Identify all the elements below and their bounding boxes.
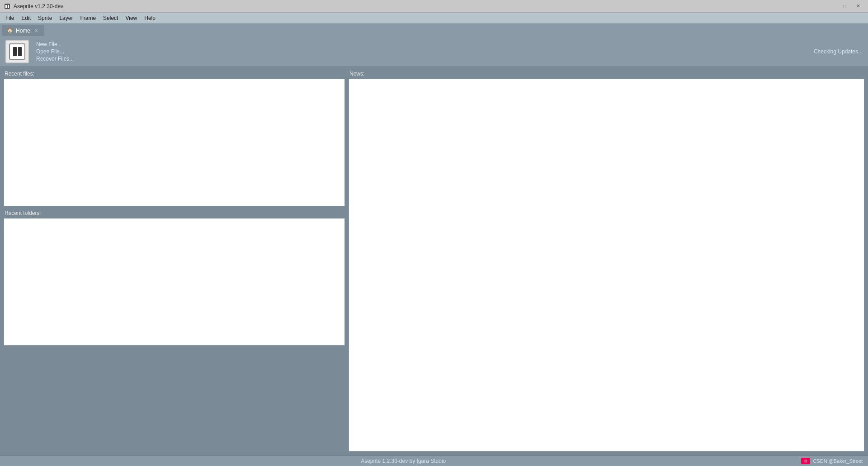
- home-icon: 🏠: [7, 28, 13, 33]
- main-content: Recent files: Recent folders: News:: [0, 67, 868, 455]
- title-bar: Aseprite v1.2.30-dev — □ ✕: [0, 0, 868, 13]
- csdn-icon: C: [801, 458, 810, 464]
- app-logo-inner: [9, 43, 25, 60]
- toolbar-area: New File... Open File... Recover Files..…: [0, 36, 868, 67]
- minimize-button[interactable]: —: [825, 2, 837, 11]
- menu-help[interactable]: Help: [141, 13, 159, 23]
- csdn-text: CSDN @Baker_Street: [813, 458, 863, 464]
- tab-home[interactable]: 🏠 Home ✕: [2, 25, 44, 36]
- app-logo: [5, 40, 29, 63]
- tab-bar: 🏠 Home ✕: [0, 24, 868, 36]
- recent-folders-label: Recent folders:: [4, 210, 345, 216]
- svg-rect-2: [8, 5, 9, 8]
- menu-bar: File Edit Sprite Layer Frame Select View…: [0, 13, 868, 24]
- recent-files-section: Recent files:: [4, 71, 345, 206]
- menu-edit[interactable]: Edit: [18, 13, 34, 23]
- title-bar-left: Aseprite v1.2.30-dev: [4, 3, 63, 10]
- close-button[interactable]: ✕: [852, 2, 864, 11]
- maximize-button[interactable]: □: [838, 2, 851, 11]
- menu-sprite[interactable]: Sprite: [34, 13, 56, 23]
- open-file-link[interactable]: Open File...: [36, 48, 74, 55]
- news-label: News:: [349, 71, 864, 77]
- recent-files-label: Recent files:: [4, 71, 345, 77]
- tab-close-button[interactable]: ✕: [33, 28, 39, 34]
- checking-updates-text: Checking Updates...: [814, 48, 863, 55]
- news-panel: [349, 79, 864, 452]
- csdn-badge: C CSDN @Baker_Street: [801, 458, 863, 464]
- title-text: Aseprite v1.2.30-dev: [14, 3, 63, 10]
- window-controls: — □ ✕: [825, 2, 864, 11]
- menu-frame[interactable]: Frame: [76, 13, 99, 23]
- news-section: News:: [349, 71, 864, 452]
- menu-layer[interactable]: Layer: [56, 13, 76, 23]
- logo-bar-left: [13, 47, 17, 56]
- logo-bar-right: [18, 47, 22, 56]
- menu-select[interactable]: Select: [99, 13, 122, 23]
- toolbar-links: New File... Open File... Recover Files..…: [36, 41, 74, 62]
- app-icon: [4, 3, 11, 10]
- svg-rect-1: [5, 5, 7, 8]
- status-right: C CSDN @Baker_Street: [801, 458, 863, 464]
- recent-folders-panel: [4, 218, 345, 346]
- status-text: Aseprite 1.2.30-dev by Igara Studio: [5, 458, 801, 464]
- recover-files-link[interactable]: Recover Files...: [36, 56, 74, 62]
- menu-file[interactable]: File: [2, 13, 18, 23]
- status-bar: Aseprite 1.2.30-dev by Igara Studio C CS…: [0, 455, 868, 466]
- svg-rect-0: [5, 4, 10, 9]
- menu-view[interactable]: View: [122, 13, 141, 23]
- recent-files-panel: [4, 79, 345, 206]
- left-column: Recent files: Recent folders:: [4, 71, 345, 452]
- new-file-link[interactable]: New File...: [36, 41, 74, 48]
- tab-home-label: Home: [16, 28, 30, 34]
- recent-folders-section: Recent folders:: [4, 210, 345, 346]
